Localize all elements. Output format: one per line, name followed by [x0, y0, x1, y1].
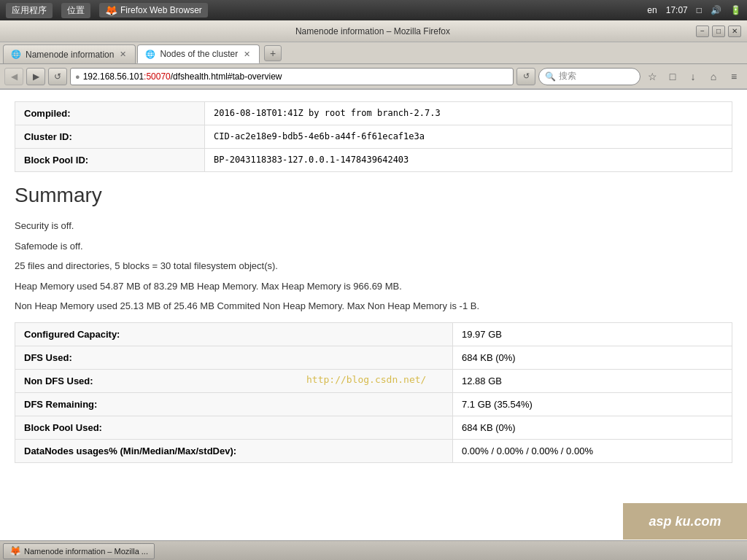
back-button[interactable]: ◀	[4, 68, 23, 85]
summary-line: Non Heap Memory used 25.13 MB of 25.46 M…	[15, 299, 732, 314]
page-content: Compiled:2016-08-18T01:41Z by root from …	[0, 90, 747, 540]
summary-heading: Summary	[15, 184, 732, 207]
stats-label: DFS Remaining:	[15, 392, 453, 416]
download-icon[interactable]: ↓	[684, 68, 702, 85]
url-port: :50070	[144, 71, 171, 82]
refresh-icon-btn[interactable]: ↺	[516, 68, 535, 85]
menu-icon[interactable]: ≡	[725, 68, 743, 85]
tab-namenode[interactable]: 🌐 Namenode information ✕	[3, 44, 136, 63]
info-value: CID-ac2e18e9-bdb5-4e6b-a44f-6f61ecaf1e3a	[205, 125, 732, 149]
tab-label: Namenode information	[26, 50, 114, 60]
stats-label: Configured Capacity:	[15, 322, 453, 346]
title-bar: Namenode information – Mozilla Firefox −…	[0, 20, 747, 42]
info-value: 2016-08-18T01:41Z by root from branch-2.…	[205, 102, 732, 125]
url-bar[interactable]: ● 192.168.56.101:50070/dfshealth.html#ta…	[70, 68, 514, 85]
summary-line: Heap Memory used 54.87 MB of 83.29 MB He…	[15, 279, 732, 294]
url-lock-icon: ●	[75, 72, 80, 81]
tab-favicon: 🌐	[11, 50, 21, 59]
taskbar-browser-item[interactable]: 🦊 Namenode information – Mozilla ...	[3, 543, 155, 559]
new-tab-button[interactable]: +	[264, 45, 282, 61]
os-taskbar: 应用程序 位置 🦊 Firefox Web Browser en 17:07 □…	[0, 0, 747, 20]
stats-row: DFS Used:684 KB (0%)	[15, 346, 732, 369]
nav-bar: ◀ ▶ ↺ ● 192.168.56.101:50070/dfshealth.h…	[0, 64, 747, 89]
summary-line: Security is off.	[15, 219, 732, 233]
tab-nodes[interactable]: 🌐 Nodes of the cluster ✕	[137, 44, 260, 63]
summary-line: Safemode is off.	[15, 239, 732, 254]
taskbar-firefox-icon: 🦊	[9, 545, 21, 556]
info-row: Cluster ID:CID-ac2e18e9-bdb5-4e6b-a44f-6…	[15, 125, 732, 149]
url-path: /dfshealth.html#tab-overview	[171, 71, 282, 82]
stats-value: 12.88 GB	[453, 369, 732, 392]
stats-value: 684 KB (0%)	[453, 416, 732, 439]
tab-bar: 🌐 Namenode information ✕ 🌐 Nodes of the …	[0, 42, 747, 64]
summary-lines: Security is off.Safemode is off.25 files…	[15, 219, 732, 314]
close-button[interactable]: ✕	[728, 26, 741, 37]
bookmark-icon[interactable]: ☆	[643, 68, 661, 85]
tab-close-namenode[interactable]: ✕	[118, 50, 128, 59]
rss-icon[interactable]: □	[664, 68, 681, 85]
forward-button[interactable]: ▶	[26, 68, 45, 85]
screen-icon: □	[697, 5, 702, 15]
stats-row: Block Pool Used:684 KB (0%)	[15, 416, 732, 439]
url-host: 192.168.56.101	[83, 71, 144, 82]
stats-table: Configured Capacity:19.97 GBDFS Used:684…	[15, 322, 732, 463]
window-title: Namenode information – Mozilla Firefox	[50, 26, 696, 36]
taskbar-item-label: Namenode information – Mozilla ...	[24, 547, 148, 556]
stats-value: 19.97 GB	[453, 322, 732, 346]
taskbar-left: 应用程序 位置 🦊 Firefox Web Browser	[6, 3, 208, 18]
browser-chrome: Namenode information – Mozilla Firefox −…	[0, 20, 747, 90]
stats-row: DFS Remaining:7.1 GB (35.54%)	[15, 392, 732, 416]
stats-row: Non DFS Used:12.88 GB	[15, 369, 732, 392]
stats-label: Block Pool Used:	[15, 416, 453, 439]
search-icon: 🔍	[545, 71, 556, 82]
search-placeholder: 搜索	[559, 70, 576, 82]
stats-value: 0.00% / 0.00% / 0.00% / 0.00%	[453, 439, 732, 462]
bottom-taskbar: 🦊 Namenode information – Mozilla ...	[0, 540, 747, 560]
reload-button[interactable]: ↺	[48, 68, 67, 85]
battery-icon: 🔋	[730, 5, 741, 15]
info-label: Cluster ID:	[15, 125, 205, 149]
tab-favicon2: 🌐	[145, 50, 155, 59]
locale-indicator: en	[647, 5, 657, 15]
tab-close-nodes[interactable]: ✕	[242, 50, 252, 59]
tab-label2: Nodes of the cluster	[160, 49, 238, 59]
nav-icons: ☆ □ ↓ ⌂ ≡	[643, 68, 743, 85]
firefox-icon: 🦊	[105, 4, 117, 16]
stats-row: DataNodes usages% (Min/Median/Max/stdDev…	[15, 439, 732, 462]
info-label: Compiled:	[15, 102, 205, 125]
window-controls: − □ ✕	[696, 26, 741, 37]
stats-label: DFS Used:	[15, 346, 453, 369]
clock: 17:07	[666, 5, 688, 15]
maximize-button[interactable]: □	[712, 26, 725, 37]
places-menu[interactable]: 位置	[61, 3, 90, 18]
stats-label: DataNodes usages% (Min/Median/Max/stdDev…	[15, 439, 453, 462]
search-box[interactable]: 🔍 搜索	[538, 68, 640, 85]
info-row: Block Pool ID:BP-2043118383-127.0.0.1-14…	[15, 149, 732, 172]
volume-icon: 🔊	[711, 5, 721, 15]
home-icon[interactable]: ⌂	[705, 68, 722, 85]
info-row: Compiled:2016-08-18T01:41Z by root from …	[15, 102, 732, 125]
stats-value: 684 KB (0%)	[453, 346, 732, 369]
taskbar-right: en 17:07 □ 🔊 🔋	[647, 5, 741, 15]
minimize-button[interactable]: −	[696, 26, 709, 37]
info-label: Block Pool ID:	[15, 149, 205, 172]
stats-row: Configured Capacity:19.97 GB	[15, 322, 732, 346]
bottom-right-watermark: asp ku.com	[623, 503, 747, 540]
info-table: Compiled:2016-08-18T01:41Z by root from …	[15, 101, 732, 172]
browser-launcher[interactable]: 🦊 Firefox Web Browser	[99, 3, 208, 18]
stats-label: Non DFS Used:	[15, 369, 453, 392]
summary-line: 25 files and directories, 5 blocks = 30 …	[15, 259, 732, 273]
app-menu[interactable]: 应用程序	[6, 3, 53, 18]
info-value: BP-2043118383-127.0.0.1-1478439642403	[205, 149, 732, 172]
content-inner: Compiled:2016-08-18T01:41Z by root from …	[0, 90, 747, 475]
stats-value: 7.1 GB (35.54%)	[453, 392, 732, 416]
